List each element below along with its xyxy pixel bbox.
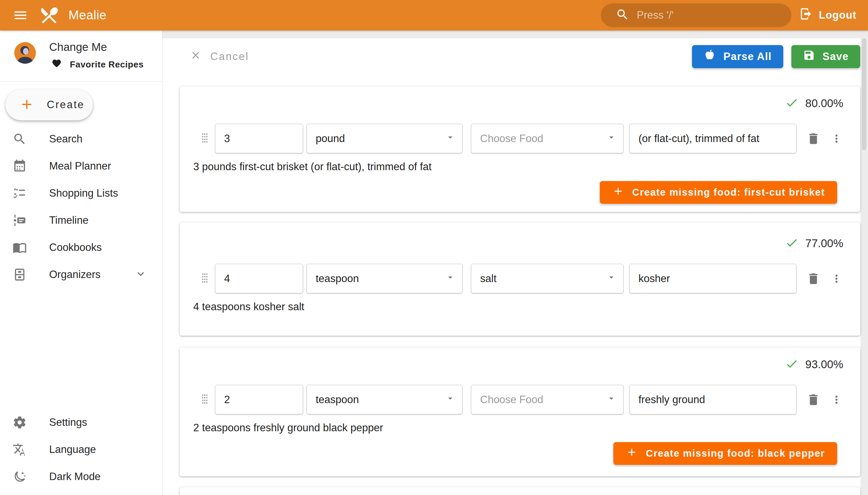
menu-down-icon [445,272,455,285]
sidebar-item-organizers[interactable]: Organizers [0,261,162,288]
sidebar-item-cookbooks[interactable]: Cookbooks [0,234,162,261]
close-icon [190,50,201,64]
sidebar-item-meal-planner[interactable]: Meal Planner [0,153,162,180]
avatar[interactable] [14,42,36,64]
food-select[interactable]: Choose Food [471,124,624,153]
menu-down-icon [606,393,616,406]
check-icon [785,357,799,372]
cancel-button[interactable]: Cancel [190,50,249,64]
quantity-input[interactable] [215,124,303,153]
sidebar-item-language[interactable]: Language [0,436,162,463]
parsed-ingredient-text: 3 pounds first-cut brisket (or flat-cut)… [180,161,860,173]
create-missing-food-button[interactable]: Create missing food: black pepper [613,442,837,465]
search-input[interactable] [637,9,772,21]
sidebar-item-timeline[interactable]: Timeline [0,207,162,234]
confidence-row: 77.00% [180,222,860,251]
parse-all-label: Parse All [723,51,771,63]
drag-handle-icon[interactable] [199,391,211,408]
unit-value: teaspoon [316,394,359,406]
food-value: salt [480,273,496,285]
menu-down-icon [606,272,616,285]
create-missing-food-button[interactable]: Create missing food: first-cut brisket [600,181,837,204]
drag-handle-icon[interactable] [199,270,211,287]
parse-all-button[interactable]: Parse All [692,45,783,68]
save-button[interactable]: Save [792,45,860,68]
unit-value: pound [316,133,345,145]
parsed-ingredient-text: 4 teaspoons kosher salt [180,301,860,313]
ingredient-card: 77.00% teaspoon salt [180,222,860,336]
sidebar-divider [0,81,162,82]
apple-icon [703,49,716,64]
sidebar-item-label: Settings [49,416,87,429]
ingredient-card: 80.00% pound Choose Food [180,86,860,212]
food-select[interactable]: Choose Food [471,385,624,414]
calendar-icon [12,159,27,173]
check-icon [785,96,799,111]
delete-ingredient-button[interactable] [805,393,821,407]
search-icon [616,8,629,23]
sidebar-item-dark-mode[interactable]: Dark Mode [0,463,162,490]
note-input[interactable] [629,385,797,414]
sidebar-item-label: Timeline [49,214,88,226]
delete-ingredient-button[interactable] [805,272,821,286]
user-name: Change Me [49,41,107,54]
sidebar: Change Me Favorite Recipes Create Search… [0,31,163,495]
sidebar-footer: Settings Language Dark Mode [0,409,162,490]
sidebar-item-shopping-lists[interactable]: Shopping Lists [0,180,162,207]
sidebar-item-label: Cookbooks [49,241,102,254]
plus-icon [626,446,638,461]
ingredient-card: 93.00% teaspoon Choose Food [180,347,860,476]
plus-icon [19,97,35,113]
logout-button[interactable]: Logout [799,0,856,31]
menu-icon[interactable] [12,6,29,24]
favorite-recipes-link[interactable]: Favorite Recipes [52,58,144,71]
food-select[interactable]: salt [471,264,624,293]
quantity-input[interactable] [215,264,303,293]
more-options-button[interactable] [830,273,843,285]
sidebar-item-label: Dark Mode [49,471,101,483]
unit-select[interactable]: pound [307,124,462,153]
plus-icon [612,185,624,200]
heart-icon [52,58,62,71]
sidebar-item-search[interactable]: Search [0,125,162,153]
sidebar-item-label: Organizers [49,269,101,281]
confidence-row: 93.00% [180,347,860,372]
unit-select[interactable]: teaspoon [307,264,462,293]
create-button[interactable]: Create [5,89,93,120]
ingredient-card-partial [180,487,860,495]
menu-down-icon [445,393,455,406]
ingredient-parser-sheet: Cancel Parse All Save 80.00% [163,38,861,495]
book-open-icon [12,240,27,255]
sidebar-item-label: Shopping Lists [49,187,118,199]
check-icon [785,236,799,251]
unit-select[interactable]: teaspoon [307,385,462,414]
confidence-row: 80.00% [180,86,860,111]
cancel-label: Cancel [210,51,249,63]
moon-icon [12,470,27,484]
confidence-value: 77.00% [805,237,843,250]
magnify-icon [12,132,27,146]
user-block: Change Me Favorite Recipes [0,31,162,81]
mealie-logo-silverware-icon [39,5,60,26]
app-bar: Mealie Logout [0,0,868,31]
timeline-icon [12,213,27,227]
note-input[interactable] [629,264,797,293]
quantity-input[interactable] [215,385,303,414]
confidence-value: 80.00% [805,97,843,110]
save-label: Save [822,51,849,63]
ingredient-fields-row: pound Choose Food [180,124,860,153]
more-options-button[interactable] [830,133,843,145]
note-input[interactable] [629,124,797,153]
scrollbar[interactable] [862,38,866,150]
sidebar-nav: Search Meal Planner Shopping Lists Timel… [0,125,162,288]
sidebar-item-settings[interactable]: Settings [0,409,162,436]
parser-toolbar: Cancel Parse All Save [180,45,860,68]
more-options-button[interactable] [830,394,843,406]
delete-ingredient-button[interactable] [805,132,821,146]
food-placeholder: Choose Food [480,394,543,406]
drag-handle-icon[interactable] [199,130,211,147]
menu-down-icon [445,132,455,145]
sidebar-item-label: Language [49,443,96,456]
create-missing-food-label: Create missing food: black pepper [646,448,825,459]
global-search[interactable] [601,3,792,27]
